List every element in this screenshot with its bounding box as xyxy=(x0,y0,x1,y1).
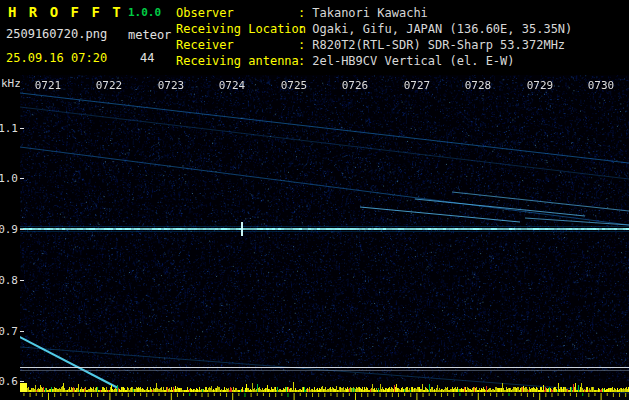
info-value: 2el-HB9CV Vertical (el. E-W) xyxy=(312,53,514,69)
freq-label-0-9: 0.9 xyxy=(0,223,18,236)
info-colon: : xyxy=(298,5,305,21)
freq-label-0-6: 0.6 xyxy=(0,375,18,388)
observation-datetime: 25.09.16 07:20 xyxy=(6,51,107,65)
output-filename: 2509160720.png xyxy=(6,27,107,41)
info-label: Receiver xyxy=(176,37,298,53)
time-label: 0725 xyxy=(281,79,308,92)
mode-label: meteor xyxy=(128,28,171,42)
echo-count: 44 xyxy=(140,51,154,65)
info-label: Receiving antenna xyxy=(176,53,298,69)
info-value: R820T2(RTL-SDR) SDR-Sharp 53.372MHz xyxy=(312,37,565,53)
time-label: 0723 xyxy=(158,79,185,92)
time-label: 0724 xyxy=(219,79,246,92)
info-value: Takanori Kawachi xyxy=(312,5,428,21)
spectrogram-canvas xyxy=(20,75,629,400)
freq-label-1-1: 1.1 xyxy=(0,122,18,135)
time-label: 0722 xyxy=(96,79,123,92)
info-colon: : xyxy=(298,21,305,37)
station-info-panel: Observer : Takanori Kawachi Receiving Lo… xyxy=(176,5,572,69)
info-colon: : xyxy=(298,53,305,69)
app-version: 1.0.0 xyxy=(128,6,161,19)
hrofft-window: H R O F F T 1.0.0 2509160720.png meteor … xyxy=(0,0,629,400)
time-label: 0727 xyxy=(404,79,431,92)
spectrogram: 0721 0722 0723 0724 0725 0726 0727 0728 … xyxy=(20,75,629,400)
time-label: 0730 xyxy=(588,79,615,92)
info-row-location: Receiving Location : Ogaki, Gifu, JAPAN … xyxy=(176,21,572,37)
time-label: 0726 xyxy=(342,79,369,92)
info-value: Ogaki, Gifu, JAPAN (136.60E, 35.35N) xyxy=(312,21,572,37)
freq-label-1-0: 1.0 xyxy=(0,172,18,185)
time-label: 0728 xyxy=(465,79,492,92)
info-label: Receiving Location xyxy=(176,21,298,37)
frequency-axis: kHz 1.1 1.0 0.9 0.8 0.7 0.6 xyxy=(0,75,20,400)
frequency-axis-unit: kHz xyxy=(1,77,21,90)
app-title: H R O F F T xyxy=(8,4,123,20)
time-label: 0721 xyxy=(35,79,62,92)
freq-label-0-8: 0.8 xyxy=(0,274,18,287)
info-row-observer: Observer : Takanori Kawachi xyxy=(176,5,572,21)
info-row-antenna: Receiving antenna : 2el-HB9CV Vertical (… xyxy=(176,53,572,69)
time-label: 0729 xyxy=(527,79,554,92)
freq-label-0-7: 0.7 xyxy=(0,325,18,338)
info-row-receiver: Receiver : R820T2(RTL-SDR) SDR-Sharp 53.… xyxy=(176,37,572,53)
info-colon: : xyxy=(298,37,305,53)
info-label: Observer xyxy=(176,5,298,21)
